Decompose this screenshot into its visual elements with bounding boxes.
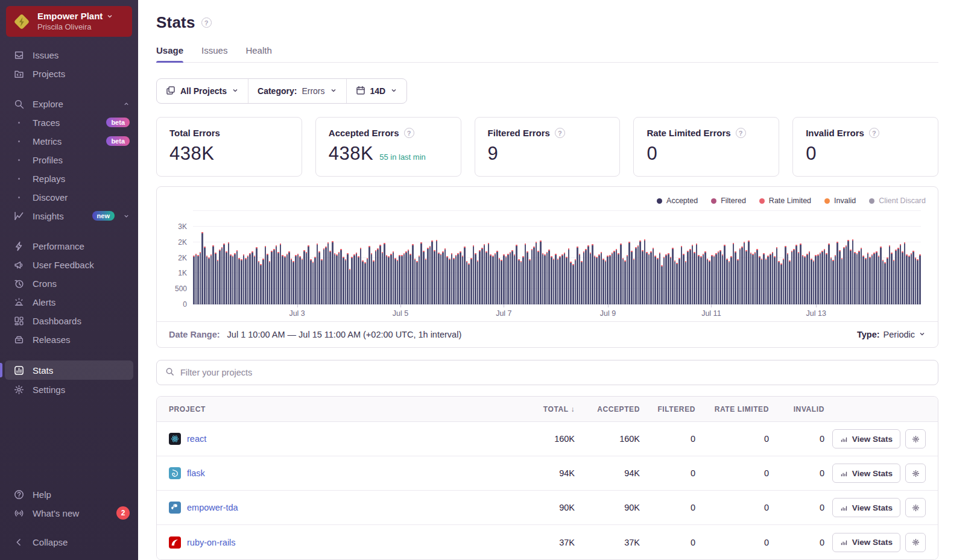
- col-header-total[interactable]: TOTAL ↓: [510, 405, 575, 414]
- sidebar-item-performance[interactable]: Performance: [0, 237, 138, 255]
- sidebar-item-label: Alerts: [33, 297, 130, 307]
- col-header-invalid[interactable]: INVALID: [769, 405, 824, 414]
- col-header-project[interactable]: PROJECT: [169, 405, 510, 414]
- col-header-filtered[interactable]: FILTERED: [640, 405, 695, 414]
- card-label: Filtered Errors: [488, 128, 550, 138]
- y-axis-label: 1K: [178, 269, 187, 277]
- view-stats-button[interactable]: View Stats: [832, 498, 900, 517]
- sidebar-item-help[interactable]: Help: [0, 485, 138, 503]
- bar: [254, 256, 256, 304]
- bar: [200, 252, 201, 304]
- issues-icon: [13, 49, 24, 60]
- search-input[interactable]: [180, 368, 929, 377]
- bar: [195, 254, 197, 304]
- sidebar-item-projects[interactable]: Projects: [0, 64, 138, 83]
- tab-issues[interactable]: Issues: [201, 45, 227, 62]
- sidebar-item-user-feedback[interactable]: User Feedback: [0, 256, 138, 274]
- col-header-rate-limited[interactable]: RATE LIMITED: [695, 405, 769, 414]
- bar: [865, 258, 867, 305]
- bar: [858, 251, 860, 304]
- bar: [388, 256, 390, 304]
- org-switcher[interactable]: Empower Plant Priscila Oliveira: [6, 6, 132, 37]
- bar: [332, 241, 334, 304]
- legend-item-filtered[interactable]: Filtered: [711, 197, 746, 205]
- sidebar-item-settings[interactable]: Settings: [0, 380, 138, 398]
- bar: [592, 244, 593, 304]
- bar: [230, 254, 232, 304]
- sidebar-item-traces[interactable]: Tracesbeta: [0, 113, 138, 131]
- legend-item-client-discard[interactable]: Client Discard: [869, 197, 926, 205]
- project-settings-button[interactable]: [905, 464, 926, 483]
- project-link[interactable]: ruby-on-rails: [187, 538, 236, 547]
- table-header: PROJECTTOTAL ↓ACCEPTEDFILTEREDRATE LIMIT…: [157, 397, 938, 422]
- sidebar-item-whats-new[interactable]: What's new2: [0, 504, 138, 522]
- bar: [627, 255, 628, 304]
- project-settings-button[interactable]: [905, 533, 926, 552]
- sidebar-item-issues[interactable]: Issues: [0, 46, 138, 64]
- help-icon[interactable]: ?: [555, 128, 565, 138]
- bar: [659, 253, 661, 304]
- bar: [795, 245, 797, 304]
- project-filter[interactable]: All Projects: [157, 79, 248, 103]
- sidebar-item-releases[interactable]: Releases: [0, 330, 138, 348]
- sidebar-item-dashboards[interactable]: Dashboards: [0, 312, 138, 330]
- bar: [490, 254, 492, 304]
- project-link[interactable]: react: [187, 434, 206, 444]
- sidebar-item-stats[interactable]: Stats: [5, 360, 133, 380]
- bar: [744, 242, 745, 304]
- table-row-flask: flask94K94K000View Stats: [157, 456, 938, 491]
- sidebar-collapse-button[interactable]: Collapse: [0, 533, 138, 551]
- sidebar-item-label: Dashboards: [33, 316, 130, 326]
- category-filter[interactable]: Category: Errors: [248, 79, 346, 103]
- bar: [232, 256, 234, 304]
- y-axis-label: 500: [175, 285, 187, 293]
- bar: [707, 259, 709, 304]
- sidebar-item-profiles[interactable]: Profiles: [0, 151, 138, 169]
- bar: [551, 256, 552, 304]
- active-accent: [0, 363, 2, 377]
- usage-chart-card: AcceptedFilteredRate LimitedInvalidClien…: [156, 186, 938, 348]
- bar: [759, 256, 760, 304]
- help-icon[interactable]: ?: [404, 128, 414, 138]
- page-help-icon[interactable]: ?: [201, 17, 212, 28]
- project-link[interactable]: empower-tda: [187, 503, 238, 512]
- tab-health[interactable]: Health: [245, 45, 271, 62]
- bar: [752, 254, 754, 304]
- sidebar-item-explore[interactable]: Explore: [0, 95, 138, 113]
- project-link[interactable]: flask: [187, 468, 205, 478]
- project-settings-button[interactable]: [905, 498, 926, 517]
- legend-item-invalid[interactable]: Invalid: [824, 197, 856, 205]
- legend-item-rate-limited[interactable]: Rate Limited: [759, 197, 811, 205]
- date-range-filter[interactable]: 14D: [346, 79, 407, 103]
- help-icon[interactable]: ?: [736, 128, 746, 138]
- sidebar-item-metrics[interactable]: Metricsbeta: [0, 132, 138, 150]
- view-stats-button[interactable]: View Stats: [832, 533, 900, 552]
- legend-item-accepted[interactable]: Accepted: [657, 197, 698, 205]
- bar: [347, 253, 349, 304]
- bar: [464, 247, 466, 304]
- bar: [299, 256, 301, 304]
- bar: [282, 255, 283, 304]
- sidebar-item-crons[interactable]: Crons: [0, 274, 138, 292]
- sidebar-item-replays[interactable]: Replays: [0, 169, 138, 187]
- sidebar-item-label: User Feedback: [33, 260, 130, 270]
- sidebar-item-label: Traces: [33, 118, 98, 128]
- sidebar-item-discover[interactable]: Discover: [0, 188, 138, 206]
- table-row-ruby-on-rails: ruby-on-rails37K37K000View Stats: [157, 525, 938, 559]
- project-settings-button[interactable]: [905, 429, 926, 448]
- type-selector[interactable]: Type: Periodic: [857, 330, 926, 339]
- sidebar-item-insights[interactable]: Insightsnew: [0, 207, 138, 225]
- help-icon[interactable]: ?: [869, 128, 879, 138]
- tab-usage[interactable]: Usage: [156, 45, 183, 62]
- view-stats-button[interactable]: View Stats: [832, 429, 900, 448]
- bar: [193, 256, 195, 304]
- bar: [674, 260, 676, 304]
- view-stats-button[interactable]: View Stats: [832, 464, 900, 483]
- calendar-icon: [356, 86, 365, 97]
- bar: [601, 252, 602, 304]
- col-header-accepted[interactable]: ACCEPTED: [575, 405, 640, 414]
- x-axis-label: Jul 11: [701, 309, 721, 318]
- cell-accepted: 37K: [575, 538, 640, 547]
- sidebar-item-alerts[interactable]: Alerts: [0, 293, 138, 311]
- chart-footer: Date Range: Jul 1 10:00 AM — Jul 15 11:0…: [157, 321, 938, 347]
